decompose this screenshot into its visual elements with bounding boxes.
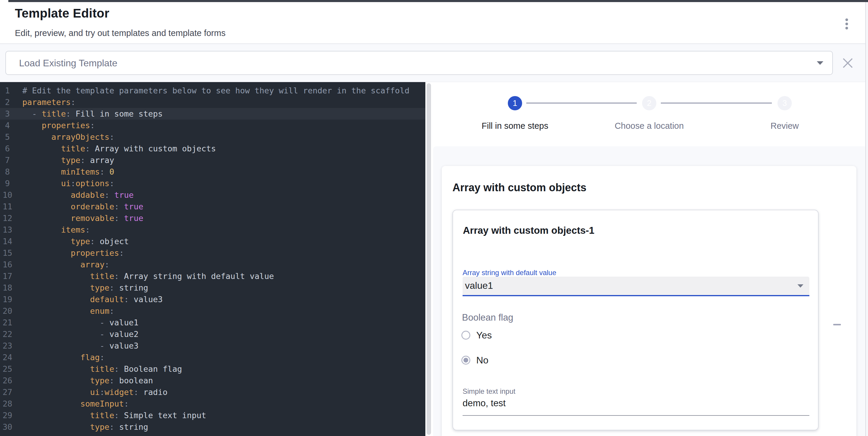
token-punc: : bbox=[90, 237, 100, 246]
radio-unselected-icon[interactable] bbox=[461, 331, 470, 340]
token-str: value2 bbox=[110, 330, 139, 339]
array-item-card: Array with custom objects-1 Array string… bbox=[453, 210, 818, 430]
kebab-menu-icon[interactable] bbox=[845, 18, 849, 30]
token-bool: true bbox=[114, 190, 134, 200]
line-number: 11 bbox=[0, 201, 15, 212]
token-str: Fill in some steps bbox=[75, 109, 163, 119]
token-plain bbox=[22, 272, 90, 281]
line-number: 19 bbox=[0, 294, 15, 305]
line-number: 28 bbox=[0, 398, 15, 409]
line-number: 22 bbox=[0, 328, 15, 340]
code-line: 21 - value1 bbox=[0, 317, 425, 328]
token-str: array bbox=[90, 156, 114, 165]
token-key: flag bbox=[81, 353, 100, 362]
yaml-code-editor[interactable]: 1# Edit the template parameters below to… bbox=[0, 82, 425, 436]
template-select-bar: Load Existing Template bbox=[0, 44, 865, 82]
token-punc: : bbox=[114, 202, 124, 211]
code-line: 22 - value2 bbox=[0, 328, 425, 340]
editor-scrollbar-track bbox=[425, 82, 433, 436]
token-punc: : bbox=[124, 399, 129, 408]
load-existing-template-select[interactable]: Load Existing Template bbox=[5, 51, 833, 75]
line-number: 18 bbox=[0, 282, 15, 294]
token-punc: : bbox=[114, 213, 124, 223]
clear-selection-button[interactable] bbox=[842, 57, 854, 69]
code-line: 1# Edit the template parameters below to… bbox=[0, 85, 425, 96]
token-str: value1 bbox=[110, 318, 139, 327]
token-key: type bbox=[90, 283, 110, 292]
array-item-title: Array with custom objects-1 bbox=[463, 225, 594, 236]
page-subtitle: Edit, preview, and try out templates and… bbox=[15, 28, 226, 38]
token-plain bbox=[22, 132, 52, 141]
token-punc: : bbox=[104, 190, 114, 200]
token-plain bbox=[22, 121, 42, 130]
line-number: 30 bbox=[0, 421, 15, 433]
token-plain bbox=[22, 237, 71, 246]
token-plain bbox=[22, 283, 90, 292]
editor-scrollbar-thumb[interactable] bbox=[427, 83, 431, 435]
token-key: type bbox=[71, 237, 90, 246]
line-number: 12 bbox=[0, 212, 15, 224]
token-key: enum bbox=[90, 306, 110, 315]
code-line: 14 type: object bbox=[0, 236, 425, 247]
token-punc: : bbox=[110, 422, 119, 432]
code-line: 26 type: boolean bbox=[0, 375, 425, 386]
simple-text-input[interactable]: demo, test bbox=[463, 398, 506, 409]
token-str: value3 bbox=[110, 341, 139, 350]
code-line: 17 title: Array string with default valu… bbox=[0, 270, 425, 282]
code-text: type: object bbox=[22, 236, 129, 247]
token-key: title bbox=[90, 411, 114, 420]
code-text: enum: bbox=[22, 305, 114, 317]
line-number: 21 bbox=[0, 317, 15, 328]
token-punc: - bbox=[100, 330, 110, 339]
token-punc: : bbox=[71, 179, 75, 188]
token-plain bbox=[22, 213, 71, 223]
code-text: type: boolean bbox=[22, 375, 153, 386]
token-plain bbox=[22, 399, 81, 408]
code-line: 15 properties: bbox=[0, 247, 425, 259]
token-punc: : bbox=[100, 167, 110, 176]
line-number: 29 bbox=[0, 409, 15, 421]
radio-option-yes[interactable]: Yes bbox=[461, 329, 492, 341]
token-plain bbox=[22, 306, 90, 315]
code-line: 29 title: Simple text input bbox=[0, 409, 425, 421]
token-key: items bbox=[61, 225, 85, 234]
form-area: Array with custom objects Array with cus… bbox=[433, 146, 865, 436]
token-plain bbox=[22, 411, 90, 420]
line-number: 9 bbox=[0, 177, 15, 189]
line-number: 25 bbox=[0, 363, 15, 375]
token-punc: : bbox=[114, 411, 124, 420]
token-str: Array string with default value bbox=[124, 272, 274, 281]
token-punc: : bbox=[66, 109, 75, 119]
radio-option-no[interactable]: No bbox=[461, 354, 489, 366]
code-text: ui:widget: radio bbox=[22, 386, 167, 398]
token-plain bbox=[22, 109, 32, 119]
remove-item-icon[interactable] bbox=[833, 324, 841, 325]
radio-option-label: Yes bbox=[476, 330, 492, 341]
token-num: 0 bbox=[110, 167, 114, 176]
array-string-select[interactable]: value1 bbox=[463, 277, 809, 296]
code-line: 28 someInput: bbox=[0, 398, 425, 409]
radio-selected-icon[interactable] bbox=[461, 356, 470, 365]
code-line: 11 orderable: true bbox=[0, 201, 425, 212]
token-str: Simple text input bbox=[124, 411, 206, 420]
token-plain bbox=[22, 248, 71, 258]
code-text: title: Array string with default value bbox=[22, 270, 274, 282]
caret-down-icon bbox=[798, 284, 803, 288]
line-number: 10 bbox=[0, 189, 15, 201]
token-plain bbox=[22, 179, 61, 188]
code-text: array: bbox=[22, 259, 110, 270]
app-header: Template Editor Edit, preview, and try o… bbox=[0, 2, 865, 43]
code-text: title: Simple text input bbox=[22, 409, 206, 421]
line-number: 17 bbox=[0, 270, 15, 282]
step-label-1: Fill in some steps bbox=[456, 121, 575, 131]
token-key: arrayObjects bbox=[52, 132, 110, 141]
select-field-label: Array string with default value bbox=[463, 269, 556, 277]
token-key: removable bbox=[71, 213, 114, 223]
code-line: 12 removable: true bbox=[0, 212, 425, 224]
token-str: string bbox=[119, 283, 148, 292]
code-line: 8 minItems: 0 bbox=[0, 166, 425, 177]
token-punc: : bbox=[110, 132, 114, 141]
token-plain bbox=[22, 225, 61, 234]
token-punc: : bbox=[104, 260, 109, 269]
token-str: object bbox=[100, 237, 129, 246]
